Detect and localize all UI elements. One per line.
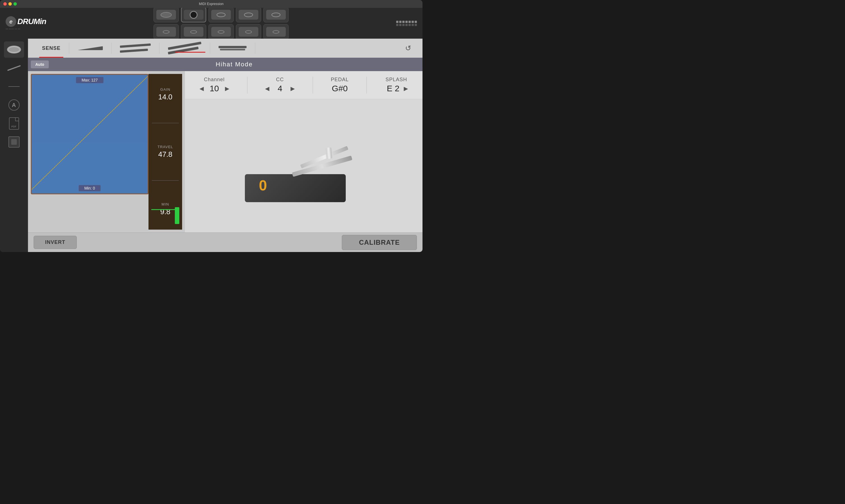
pedal-item: PEDAL G#0 — [331, 77, 349, 93]
graph-bg — [32, 75, 148, 194]
bottom-bar: INVERT CALIBRATE — [28, 232, 423, 252]
tab-divider-5 — [255, 42, 255, 54]
sidebar-item-pdf[interactable]: PDF — [4, 115, 24, 131]
tab-icon-4[interactable] — [210, 42, 255, 54]
window-title: MIDI Expression — [199, 2, 224, 6]
dot-5 — [408, 21, 411, 23]
hihat-mode-bar: Auto Hihat Mode — [28, 58, 423, 71]
travel-group: TRAVEL 47.8 — [157, 145, 173, 159]
maximize-button[interactable] — [14, 2, 17, 5]
sidebar-item-drum[interactable] — [4, 41, 24, 58]
pad-1[interactable] — [154, 7, 179, 22]
dot-7 — [415, 21, 417, 23]
pad-8[interactable] — [209, 24, 234, 39]
logo: e DRUMin — —— — — — [5, 16, 46, 30]
cc-left-arrow[interactable]: ◀ — [265, 85, 269, 92]
sidebar-item-stick[interactable] — [4, 60, 24, 76]
stick-icon — [7, 65, 20, 71]
channel-left-arrow[interactable]: ◀ — [199, 85, 204, 92]
pad-6[interactable] — [154, 24, 179, 39]
pad-4-inner — [239, 10, 258, 20]
pad-2[interactable] — [181, 7, 206, 22]
close-button[interactable] — [3, 2, 7, 5]
channel-item: Channel ◀ 10 ▶ — [199, 77, 229, 93]
dot-13 — [411, 24, 414, 26]
logo-drum: DRUM — [17, 17, 40, 26]
pad-6-ring — [163, 30, 170, 34]
hihat-pedal: 0 — [245, 129, 363, 202]
auto-button[interactable]: Auto — [31, 60, 49, 68]
pedal-number: 0 — [259, 177, 267, 194]
closed-top — [218, 46, 247, 48]
gain-group: GAIN 14.0 — [158, 87, 173, 101]
channel-value: 10 — [206, 84, 223, 93]
logo-main: e DRUMin — [5, 16, 46, 27]
sidebar-item-a[interactable]: A — [4, 97, 24, 113]
channel-divider-2 — [313, 77, 313, 93]
refresh-btn[interactable]: ↺ — [405, 44, 417, 53]
a-icon: A — [8, 100, 20, 111]
dot-1 — [396, 21, 399, 23]
channel-value-row: ◀ 10 ▶ — [199, 84, 229, 93]
pdf-icon: PDF — [9, 117, 19, 130]
cc-item: CC ◀ 4 ▶ — [265, 77, 295, 93]
invert-button[interactable]: INVERT — [34, 236, 77, 249]
minimize-button[interactable] — [8, 2, 12, 5]
pad-7[interactable] — [181, 24, 206, 39]
pedal-value: G#0 — [332, 84, 348, 93]
dot-14 — [415, 24, 417, 26]
graph-svg — [32, 75, 148, 194]
pad-8-ring — [218, 30, 225, 34]
calibrate-button[interactable]: CALIBRATE — [342, 235, 417, 250]
pad-9[interactable] — [236, 24, 261, 39]
min-label: MIN — [160, 202, 170, 206]
pedal-joint — [325, 147, 332, 159]
tab-icon-1[interactable] — [69, 42, 111, 54]
tab-shape-wedge — [77, 46, 103, 50]
right-panel: SENSE — [28, 39, 423, 252]
dot-8 — [396, 24, 399, 26]
app-window: MIDI Expression e DRUMin — —— — — — [0, 0, 423, 252]
splash-label: SPLASH — [386, 77, 407, 83]
pad-4[interactable] — [236, 7, 261, 22]
sidebar-item-chip[interactable] — [4, 134, 24, 150]
splash-right-arrow[interactable]: ▶ — [404, 85, 408, 92]
tab-icon-3[interactable] — [159, 42, 210, 54]
pad-10[interactable] — [263, 24, 288, 39]
logo-in: in — [40, 17, 46, 26]
dot-12 — [408, 24, 411, 26]
logo-e-circle: e — [5, 16, 16, 27]
active-underline — [175, 52, 205, 53]
pad-9-inner — [239, 27, 258, 37]
pad-row-bottom — [154, 24, 288, 39]
pad-3-inner — [211, 10, 231, 20]
wedge-shape — [77, 46, 103, 50]
line-icon — [8, 86, 20, 87]
cc-right-arrow[interactable]: ▶ — [291, 85, 295, 92]
divider-2 — [152, 180, 179, 181]
channel-right-arrow[interactable]: ▶ — [225, 85, 229, 92]
pad-6-inner — [156, 27, 176, 37]
dot-3 — [402, 21, 405, 23]
pad-3[interactable] — [209, 7, 234, 22]
sidebar-item-line[interactable] — [4, 78, 24, 95]
right-section: Channel ◀ 10 ▶ CC ◀ 4 — [185, 71, 423, 232]
pedal-label: PEDAL — [331, 77, 349, 83]
logo-subtext: — —— — — — [5, 28, 46, 30]
drum-pads-container — [46, 7, 396, 39]
tab-sense[interactable]: SENSE — [34, 39, 69, 58]
titlebar: MIDI Expression — [0, 0, 423, 8]
closed-bottom — [220, 49, 245, 50]
green-indicator — [175, 207, 179, 224]
graph-container[interactable]: Max: 127 Min: 0 — [31, 74, 148, 194]
tabs-bar: SENSE — [28, 39, 423, 58]
pad-3-ring — [216, 13, 226, 17]
pad-10-ring — [272, 30, 279, 34]
tab-icon-2[interactable] — [111, 42, 159, 54]
splash-item: SPLASH E 2 ▶ — [385, 77, 408, 93]
pad-5[interactable] — [263, 7, 288, 22]
gain-value: 14.0 — [158, 93, 173, 101]
controls-panel: GAIN 14.0 TRAVEL 47.8 MIN 9.8 — [148, 74, 182, 230]
logo-text: DRUMin — [17, 17, 46, 26]
travel-label: TRAVEL — [157, 145, 173, 149]
